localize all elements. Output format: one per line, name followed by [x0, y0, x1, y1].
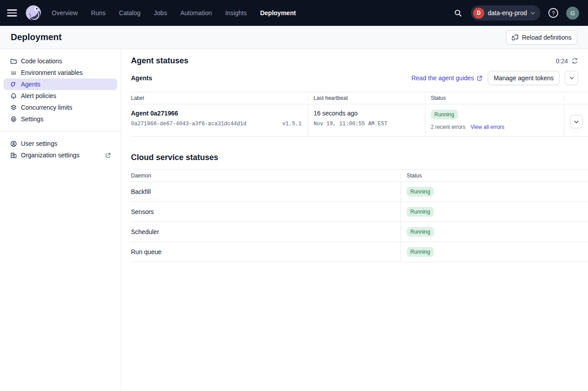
agent-table-row: Agent 0a271966 0a271966-de67-4043-a3f6-a… [131, 104, 588, 137]
status-badge: Running [407, 227, 434, 237]
sidebar-item-label: Organization settings [21, 152, 80, 159]
reload-definitions-button[interactable]: Reload definitions [506, 30, 577, 45]
external-link-icon [105, 152, 111, 158]
cloud-table-header: Daemon Status [131, 169, 588, 182]
cloud-service-statuses-title: Cloud service statuses [131, 153, 588, 162]
sidebar-item-label: Settings [21, 115, 44, 123]
external-link-icon [477, 75, 482, 81]
svg-text:?: ? [551, 10, 555, 16]
organization-icon [10, 152, 17, 159]
agent-actions-dropdown-button[interactable] [565, 71, 578, 85]
sidebar-item-settings[interactable]: Settings [4, 113, 117, 125]
sidebar-item-label: Concurrency limits [21, 104, 72, 111]
deployment-initial-badge: D [473, 8, 484, 19]
chevron-down-icon [531, 12, 535, 15]
agent-icon [10, 81, 17, 88]
refresh-icon[interactable] [572, 58, 578, 64]
refresh-countdown: 0:24 [556, 58, 588, 65]
agent-version: v1.5.1 [282, 121, 308, 127]
agents-section-label: Agents [131, 74, 152, 82]
cloud-services-table: Daemon Status Backfill Running Sensors R… [131, 169, 588, 262]
dagster-logo-icon[interactable] [25, 4, 42, 21]
nav-insights[interactable]: Insights [225, 9, 247, 16]
search-icon[interactable] [451, 6, 465, 20]
sidebar-item-label: Code locations [21, 58, 62, 65]
gear-icon [10, 115, 17, 123]
sidebar-divider [0, 131, 121, 132]
daemon-row-scheduler: Scheduler Running [131, 222, 588, 242]
agent-row-expand-button[interactable] [570, 115, 583, 128]
app-window: Overview Runs Catalog Jobs Automation In… [0, 0, 588, 391]
hamburger-menu-icon[interactable] [7, 7, 19, 19]
column-header-status: Status [401, 173, 588, 179]
recent-errors-count: 2 recent errors [431, 124, 466, 130]
nav-overview[interactable]: Overview [52, 9, 78, 16]
status-badge: Running [407, 207, 434, 217]
status-badge: Running [407, 187, 434, 197]
manage-tokens-label: Manage agent tokens [494, 74, 554, 82]
agents-table-header: Label Last heartbeat Status [131, 92, 588, 104]
manage-agent-tokens-button[interactable]: Manage agent tokens [488, 71, 559, 85]
layers-icon [10, 104, 17, 111]
status-badge: Running [431, 110, 458, 119]
daemon-name: Run queue [131, 242, 401, 262]
sidebar-item-alert-policies[interactable]: Alert policies [4, 90, 117, 102]
countdown-value: 0:24 [556, 58, 568, 65]
read-agent-guides-link[interactable]: Read the agent guides [411, 74, 482, 82]
sidebar-item-code-locations[interactable]: Code locations [4, 55, 117, 67]
caret-down-icon [570, 77, 574, 79]
reload-icon [512, 34, 519, 41]
deployment-switcher[interactable]: D data-eng-prod [471, 5, 540, 21]
daemon-row-sensors: Sensors Running [131, 202, 588, 222]
page-header: Deployment Reload definitions [0, 26, 588, 49]
agent-statuses-title: Agent statuses [131, 56, 188, 66]
column-header-label: Label [131, 95, 308, 101]
sidebar-item-agents[interactable]: Agents [4, 78, 117, 90]
heartbeat-relative: 16 seconds ago [314, 110, 425, 117]
user-avatar[interactable]: G [566, 7, 579, 20]
reload-definitions-label: Reload definitions [522, 34, 572, 41]
sidebar-item-label: User settings [21, 140, 57, 147]
daemon-name: Backfill [131, 182, 401, 202]
help-icon[interactable]: ? [547, 6, 560, 20]
status-badge: Running [407, 247, 434, 257]
column-header-heartbeat: Last heartbeat [308, 95, 425, 101]
guides-link-label: Read the agent guides [411, 74, 474, 82]
bell-icon [10, 92, 17, 99]
page-title: Deployment [11, 32, 61, 42]
sidebar: Code locations Environment variables Age… [0, 49, 121, 391]
sidebar-item-user-settings[interactable]: User settings [4, 138, 117, 149]
view-all-errors-link[interactable]: View all errors [470, 124, 504, 130]
deployment-switcher-label: data-eng-prod [488, 9, 527, 16]
top-nav: Overview Runs Catalog Jobs Automation In… [0, 0, 588, 26]
sidebar-item-label: Environment variables [21, 69, 83, 76]
variables-icon [10, 69, 17, 76]
agents-table: Label Last heartbeat Status Agent 0a2719… [131, 92, 588, 137]
daemon-row-backfill: Backfill Running [131, 182, 588, 202]
nav-catalog[interactable]: Catalog [119, 9, 140, 16]
heartbeat-timestamp: Nov 19, 11:00:55 AM EST [314, 121, 388, 127]
agent-id: 0a271966-de67-4043-a3f6-aca31dc44d1d [131, 121, 246, 127]
daemon-row-run-queue: Run queue Running [131, 242, 588, 262]
nav-jobs[interactable]: Jobs [154, 9, 167, 16]
folder-icon [10, 58, 17, 65]
sidebar-item-label: Agents [21, 81, 41, 88]
sidebar-item-environment-variables[interactable]: Environment variables [4, 67, 117, 78]
daemon-name: Scheduler [131, 222, 401, 242]
nav-deployment[interactable]: Deployment [260, 9, 296, 16]
agent-name: Agent 0a271966 [131, 110, 308, 117]
daemon-name: Sensors [131, 202, 401, 222]
sidebar-item-concurrency-limits[interactable]: Concurrency limits [4, 102, 117, 113]
main-content: Agent statuses 0:24 Agents Read the agen… [121, 49, 588, 391]
column-header-daemon: Daemon [131, 173, 401, 179]
sidebar-item-organization-settings[interactable]: Organization settings [4, 149, 117, 161]
column-header-status: Status [425, 95, 564, 101]
primary-nav: Overview Runs Catalog Jobs Automation In… [52, 9, 296, 16]
chevron-down-icon [574, 120, 579, 123]
sidebar-item-label: Alert policies [21, 92, 56, 99]
user-icon [10, 140, 17, 147]
nav-runs[interactable]: Runs [91, 9, 106, 16]
nav-automation[interactable]: Automation [180, 9, 212, 16]
